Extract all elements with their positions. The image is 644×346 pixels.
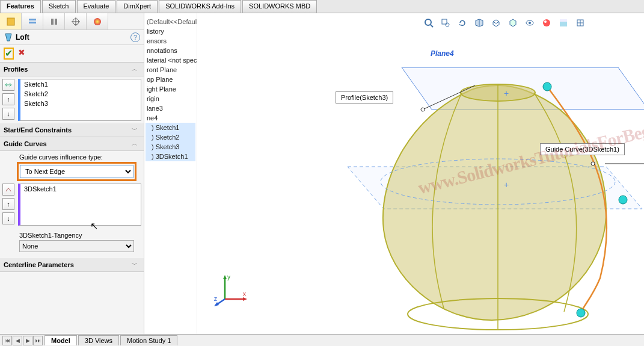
display-state-node[interactable]: (Default<<Default>_Display State ... bbox=[146, 17, 195, 26]
tree-item[interactable]: op Plane bbox=[146, 75, 195, 84]
svg-line-8 bbox=[431, 25, 433, 27]
list-item[interactable]: Sketch2 bbox=[20, 89, 141, 99]
zoom-area-icon[interactable] bbox=[438, 16, 453, 30]
chevron-up-icon: ︿ bbox=[132, 140, 140, 148]
graphics-viewport[interactable]: + + Plane4 Profile(Sketch3) Guide Curve(… bbox=[197, 13, 644, 334]
section-view-icon[interactable] bbox=[472, 16, 486, 30]
move-up-button[interactable]: ↑ bbox=[2, 93, 14, 105]
svg-text:+: + bbox=[504, 180, 509, 190]
display-manager-tab-icon[interactable] bbox=[87, 13, 108, 29]
display-style-icon[interactable] bbox=[506, 16, 520, 30]
tree-item[interactable]: listory bbox=[146, 26, 195, 36]
centerline-section-label: Centerline Parameters bbox=[4, 261, 132, 268]
profile-direction-icon[interactable] bbox=[2, 79, 14, 91]
tab-addins[interactable]: SOLIDWORKS Add-Ins bbox=[159, 0, 241, 13]
tree-item[interactable]: laterial <not specified> bbox=[146, 55, 195, 65]
tree-item[interactable]: ne4 bbox=[146, 113, 195, 123]
apply-scene-icon[interactable] bbox=[556, 16, 571, 30]
svg-rect-0 bbox=[7, 18, 14, 25]
tree-item[interactable]: ight Plane bbox=[146, 84, 195, 94]
svg-point-32 bbox=[577, 309, 585, 317]
tree-sketch-item[interactable]: ) 3DSketch1 bbox=[146, 152, 195, 161]
profiles-list[interactable]: Sketch1 Sketch2 Sketch3 bbox=[18, 79, 141, 121]
list-item[interactable]: 3DSketch1 bbox=[20, 184, 141, 194]
tree-sketch-item[interactable]: ) Sketch1 bbox=[146, 123, 195, 132]
svg-marker-39 bbox=[243, 297, 247, 301]
feature-manager-tab-icon[interactable] bbox=[0, 13, 22, 29]
svg-point-15 bbox=[544, 20, 547, 23]
tab-evaluate[interactable]: Evaluate bbox=[77, 0, 116, 13]
tree-item[interactable]: rigin bbox=[146, 94, 195, 103]
orientation-triad[interactable]: y x z bbox=[213, 272, 249, 310]
previous-view-icon[interactable] bbox=[455, 16, 470, 30]
plane-label-top: Plane4 bbox=[431, 49, 454, 58]
tab-mbd[interactable]: SOLIDWORKS MBD bbox=[242, 0, 317, 13]
tree-item[interactable]: nnotations bbox=[146, 46, 195, 55]
svg-point-29 bbox=[591, 162, 595, 165]
svg-point-27 bbox=[421, 108, 425, 111]
hide-show-icon[interactable] bbox=[523, 16, 537, 30]
svg-text:z: z bbox=[214, 295, 217, 302]
list-item[interactable]: Sketch3 bbox=[20, 99, 141, 108]
svg-point-31 bbox=[619, 196, 627, 204]
bottom-tab-motion-study[interactable]: Motion Study 1 bbox=[120, 335, 177, 345]
svg-rect-16 bbox=[560, 22, 567, 26]
tree-item[interactable]: lane3 bbox=[146, 103, 195, 113]
bottom-tab-model[interactable]: Model bbox=[44, 335, 77, 345]
guide-tangency-select[interactable]: None bbox=[19, 240, 134, 252]
heads-up-view-toolbar bbox=[419, 13, 590, 32]
tab-dimxpert[interactable]: DimXpert bbox=[117, 0, 158, 13]
svg-text:+: + bbox=[504, 88, 509, 98]
zoom-fit-icon[interactable] bbox=[422, 16, 436, 30]
svg-point-30 bbox=[543, 82, 551, 91]
tab-nav-prev-icon[interactable]: ◀ bbox=[13, 336, 22, 345]
callout-profile[interactable]: Profile(Sketch3) bbox=[336, 91, 393, 103]
move-down-button[interactable]: ↓ bbox=[2, 108, 14, 120]
dimxpert-manager-tab-icon[interactable] bbox=[65, 13, 87, 29]
move-up-button[interactable]: ↑ bbox=[2, 198, 14, 210]
profiles-section-label: Profiles bbox=[4, 66, 132, 73]
feature-title: Loft bbox=[16, 33, 130, 42]
guide-section-header[interactable]: Guide Curves ︿ bbox=[0, 137, 144, 151]
tab-features[interactable]: Features bbox=[0, 0, 41, 13]
property-manager-tab-icon[interactable] bbox=[22, 13, 43, 29]
edit-appearance-icon[interactable] bbox=[539, 16, 554, 30]
tab-nav-next-icon[interactable]: ▶ bbox=[23, 336, 32, 345]
cancel-button[interactable]: ✖ bbox=[16, 48, 27, 58]
tab-sketch[interactable]: Sketch bbox=[42, 0, 76, 13]
tree-item[interactable]: ront Plane bbox=[146, 65, 195, 75]
guide-direction-icon[interactable] bbox=[2, 184, 14, 196]
config-manager-tab-icon[interactable] bbox=[43, 13, 65, 29]
tree-item[interactable]: ensors bbox=[146, 36, 195, 46]
help-icon[interactable]: ? bbox=[130, 32, 140, 42]
svg-rect-1 bbox=[29, 19, 36, 20]
guide-influence-select[interactable]: To Next Edge bbox=[20, 165, 133, 178]
tab-nav-first-icon[interactable]: ⏮ bbox=[2, 336, 12, 345]
tree-sketch-item[interactable]: ) Sketch2 bbox=[146, 132, 195, 142]
svg-marker-36 bbox=[223, 275, 227, 279]
startend-section-label: Start/End Constraints bbox=[4, 126, 132, 134]
svg-point-13 bbox=[529, 22, 531, 24]
centerline-section-header[interactable]: Centerline Parameters ﹀ bbox=[0, 258, 144, 272]
svg-rect-2 bbox=[29, 22, 36, 23]
svg-point-7 bbox=[425, 19, 431, 25]
ok-button[interactable]: ✔ bbox=[5, 48, 13, 58]
startend-section-header[interactable]: Start/End Constraints ﹀ bbox=[0, 123, 144, 137]
tree-sketch-item[interactable]: ) Sketch3 bbox=[146, 142, 195, 152]
tab-nav-last-icon[interactable]: ⏭ bbox=[33, 336, 43, 345]
guide-tangency-label: 3DSketch1-Tangency bbox=[0, 228, 144, 240]
view-orientation-icon[interactable] bbox=[489, 16, 503, 30]
svg-rect-17 bbox=[560, 19, 567, 22]
chevron-down-icon: ﹀ bbox=[132, 261, 140, 269]
bottom-tab-3dviews[interactable]: 3D Views bbox=[78, 335, 119, 345]
chevron-up-icon: ︿ bbox=[132, 65, 140, 73]
callout-guide-curve[interactable]: Guide Curve(3DSketch1) bbox=[540, 143, 625, 155]
guide-influence-highlight: To Next Edge bbox=[17, 162, 136, 181]
move-down-button[interactable]: ↓ bbox=[2, 212, 14, 224]
profiles-section-header[interactable]: Profiles ︿ bbox=[0, 63, 144, 76]
list-item[interactable]: Sketch1 bbox=[20, 79, 141, 89]
guide-curves-list[interactable]: 3DSketch1 bbox=[18, 184, 141, 226]
svg-point-6 bbox=[94, 18, 101, 25]
feature-tree-flyout: (Default<<Default>_Display State ... lis… bbox=[144, 13, 197, 334]
view-settings-icon[interactable] bbox=[573, 16, 587, 30]
